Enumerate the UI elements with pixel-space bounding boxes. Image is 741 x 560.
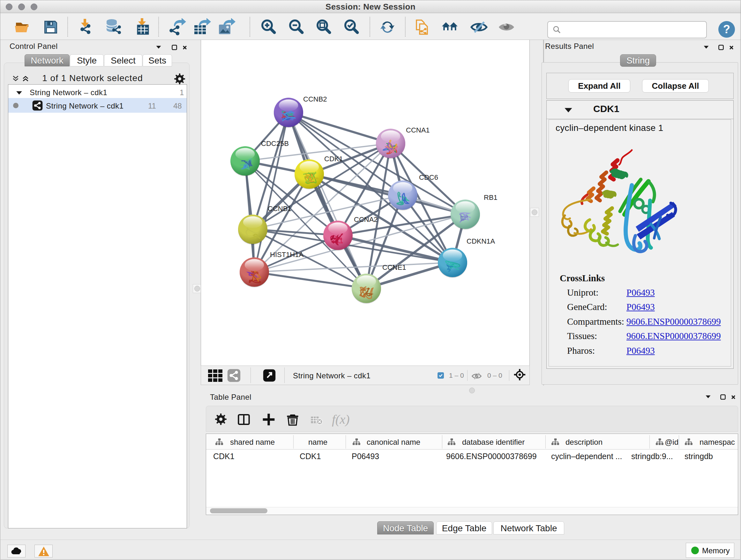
svg-text:CCNA1: CCNA1 <box>406 126 430 134</box>
svg-text:CDC6: CDC6 <box>419 173 438 181</box>
svg-text:CCNB2: CCNB2 <box>303 95 327 103</box>
svg-text:CDK1: CDK1 <box>324 155 343 163</box>
svg-text:HIST1H1A: HIST1H1A <box>270 251 304 259</box>
svg-text:CCNE1: CCNE1 <box>382 263 406 271</box>
svg-text:CDKN1A: CDKN1A <box>467 237 495 245</box>
svg-text:CCNA2: CCNA2 <box>354 215 378 224</box>
svg-text:RB1: RB1 <box>484 193 497 201</box>
svg-text:CCNB1: CCNB1 <box>268 205 292 212</box>
svg-text:CDC25B: CDC25B <box>261 139 289 147</box>
